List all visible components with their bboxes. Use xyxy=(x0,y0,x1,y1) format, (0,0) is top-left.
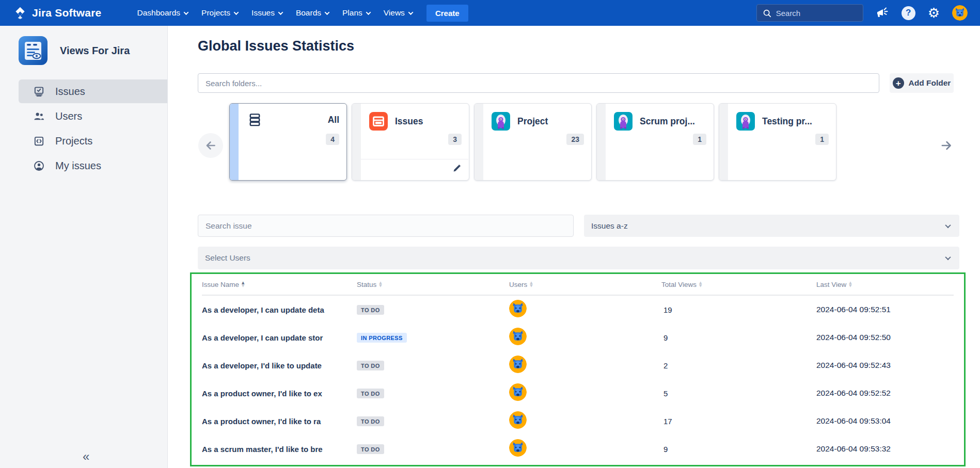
announcements-megaphone-icon[interactable] xyxy=(876,7,889,19)
select-users-dropdown[interactable]: Select Users xyxy=(198,247,959,269)
scroll-folders-right-button[interactable] xyxy=(934,133,959,158)
jira-diamond-icon xyxy=(13,6,27,20)
total-views-value: 5 xyxy=(661,389,816,398)
issue-name[interactable]: As a developer, I can update stor xyxy=(202,333,337,342)
status-badge: TO DO xyxy=(357,389,384,398)
folder-title: Scrum proj... xyxy=(640,116,695,127)
user-avatar[interactable] xyxy=(509,411,527,429)
folder-card-issues[interactable]: Issues3 xyxy=(352,103,469,181)
projects-icon xyxy=(33,135,45,147)
folder-count-badge: 4 xyxy=(326,134,339,145)
folder-count-badge: 1 xyxy=(815,134,829,145)
plus-icon: + xyxy=(893,77,904,89)
table-row[interactable]: As a scrum master, I'd like to breTO DO9… xyxy=(202,435,954,463)
column-header-total-views[interactable]: Total Views▲▼ xyxy=(661,281,816,288)
nav-item-issues[interactable]: Issues xyxy=(245,4,289,22)
folder-card-all[interactable]: All4 xyxy=(229,103,347,181)
help-icon[interactable]: ? xyxy=(902,6,915,20)
project-icon xyxy=(736,112,755,131)
sidebar-item-users[interactable]: Users xyxy=(19,104,167,128)
last-view-timestamp: 2024-06-04 09:52:52 xyxy=(816,389,954,398)
issue-name[interactable]: As a scrum master, I'd like to bre xyxy=(202,445,337,454)
search-issue-input[interactable] xyxy=(198,215,574,237)
nav-item-boards[interactable]: Boards xyxy=(289,4,336,22)
issue-name[interactable]: As a product owner, I'd like to ex xyxy=(202,389,337,398)
collapse-sidebar-button[interactable]: « xyxy=(83,449,89,464)
views-for-jira-app-icon xyxy=(19,36,48,65)
user-avatar[interactable] xyxy=(509,439,527,457)
column-header-last-view[interactable]: Last View▲▼ xyxy=(816,281,954,288)
create-button[interactable]: Create xyxy=(426,5,468,22)
issues-icon xyxy=(33,86,45,98)
nav-item-views[interactable]: Views xyxy=(377,4,419,22)
status-badge: TO DO xyxy=(357,361,384,370)
brand-text: Jira Software xyxy=(32,7,102,19)
folder-title: Issues xyxy=(395,116,423,127)
issue-name[interactable]: As a developer, I'd like to update xyxy=(202,361,337,370)
sidebar-item-projects[interactable]: Projects xyxy=(19,129,167,153)
table-row[interactable]: As a product owner, I'd like to raTO DO1… xyxy=(202,407,954,435)
sidebar-menu: IssuesUsersProjectsMy issues xyxy=(0,79,167,177)
chevron-down-icon xyxy=(945,254,951,260)
folder-card-scrum-proj[interactable]: Scrum proj...1 xyxy=(596,103,714,181)
sort-icon: ▲▼ xyxy=(849,281,851,287)
gear-icon[interactable]: ⚙ xyxy=(928,6,940,20)
total-views-value: 9 xyxy=(661,445,816,454)
column-header-issue-name[interactable]: Issue Name▲▼ xyxy=(202,281,357,288)
total-views-value: 17 xyxy=(661,417,816,426)
status-badge: TO DO xyxy=(357,305,384,315)
chevron-down-icon xyxy=(278,10,283,15)
folder-title: Project xyxy=(517,116,548,127)
sort-icon: ▲▼ xyxy=(242,281,244,287)
nav-search-input[interactable] xyxy=(776,9,853,18)
sidebar-item-my-issues[interactable]: My issues xyxy=(19,154,167,177)
total-views-value: 19 xyxy=(661,305,816,314)
table-row[interactable]: As a product owner, I'd like to exTO DO5… xyxy=(202,379,954,407)
nav-item-projects[interactable]: Projects xyxy=(195,4,245,22)
jira-logo[interactable]: Jira Software xyxy=(13,6,102,20)
sort-order-select[interactable]: Issues a-z xyxy=(584,215,959,237)
nav-search-box[interactable] xyxy=(756,4,863,22)
status-badge: TO DO xyxy=(357,444,384,454)
search-folders-input[interactable] xyxy=(198,73,879,93)
nav-menu: DashboardsProjectsIssuesBoardsPlansViews xyxy=(131,4,419,22)
chevron-down-icon xyxy=(325,10,330,15)
column-header-status[interactable]: Status▲▼ xyxy=(357,281,509,288)
nav-item-dashboards[interactable]: Dashboards xyxy=(131,4,195,22)
total-views-value: 9 xyxy=(661,333,816,342)
user-avatar[interactable] xyxy=(509,383,527,401)
users-icon xyxy=(33,110,45,122)
issue-name[interactable]: As a product owner, I'd like to ra xyxy=(202,417,337,426)
profile-avatar[interactable] xyxy=(952,5,968,21)
search-icon xyxy=(763,9,771,18)
add-folder-button[interactable]: + Add Folder xyxy=(890,73,954,93)
folder-card-project[interactable]: Project23 xyxy=(474,103,592,181)
issue-name[interactable]: As a developer, I can update deta xyxy=(202,305,337,314)
nav-item-plans[interactable]: Plans xyxy=(336,4,377,22)
table-row[interactable]: As a developer, I can update detaTO DO19… xyxy=(202,296,954,324)
last-view-timestamp: 2024-06-04 09:52:43 xyxy=(816,361,954,370)
issues-table-highlighted-region: Issue Name▲▼Status▲▼Users▲▼Total Views▲▼… xyxy=(190,272,966,466)
user-avatar[interactable] xyxy=(509,328,527,345)
table-row[interactable]: As a developer, I can update storIN PROG… xyxy=(202,324,954,351)
chevron-down-icon xyxy=(408,10,413,15)
chevron-down-icon xyxy=(184,10,189,15)
last-view-timestamp: 2024-06-04 09:52:50 xyxy=(816,333,954,342)
app-header: Views For Jira xyxy=(0,26,167,65)
edit-pencil-icon[interactable] xyxy=(452,164,462,175)
sidebar-item-issues[interactable]: Issues xyxy=(19,79,167,103)
user-avatar[interactable] xyxy=(509,356,527,373)
column-header-users[interactable]: Users▲▼ xyxy=(509,281,661,288)
folder-count-badge: 3 xyxy=(448,134,462,145)
sort-icon: ▲▼ xyxy=(530,281,532,287)
main-content: Global Issues Statistics + Add Folder Al… xyxy=(168,26,980,468)
stack-icon xyxy=(247,112,263,128)
user-avatar[interactable] xyxy=(509,300,527,317)
folder-card-testing-pr[interactable]: Testing pr...1 xyxy=(719,103,836,181)
project-icon xyxy=(492,112,510,131)
person-icon xyxy=(33,160,45,172)
scroll-folders-left-button[interactable] xyxy=(198,133,223,158)
table-row[interactable]: As a developer, I'd like to updateTO DO2… xyxy=(202,351,954,379)
table-header: Issue Name▲▼Status▲▼Users▲▼Total Views▲▼… xyxy=(202,274,954,296)
last-view-timestamp: 2024-06-04 09:53:32 xyxy=(816,444,954,454)
